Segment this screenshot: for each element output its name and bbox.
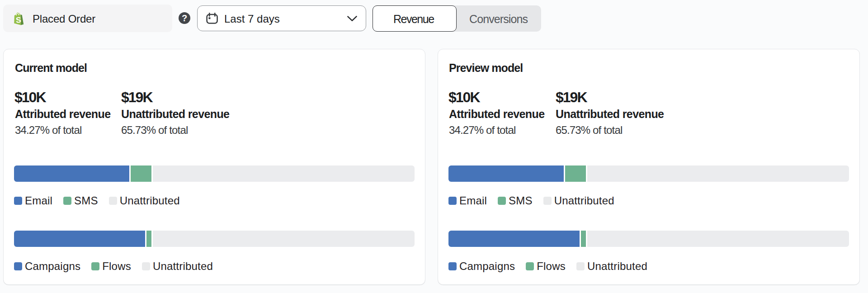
svg-text:S: S <box>15 15 21 25</box>
